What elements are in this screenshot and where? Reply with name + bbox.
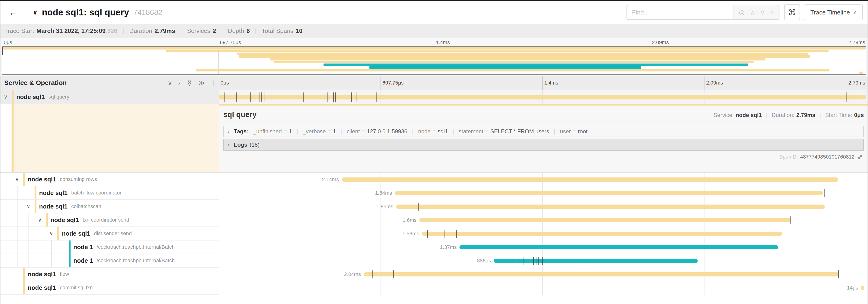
span-row[interactable]: node sql1flow2.04ms: [0, 268, 868, 281]
meta-label: Service:: [714, 112, 734, 118]
span-name-cell[interactable]: node 1/cockroach.roachpb.Internal/Batch: [0, 240, 219, 254]
span-bar[interactable]: [342, 177, 838, 182]
span-bar[interactable]: [861, 286, 864, 290]
span-row[interactable]: node 1/cockroach.roachpb.Internal/Batch8…: [0, 254, 868, 268]
log-marker-tick: [531, 257, 531, 265]
span-names: node sql1commit sql txn: [28, 281, 93, 294]
span-row[interactable]: ∨node sql1colbatchscan1.85ms: [0, 200, 868, 213]
operation-name: sql query: [48, 94, 69, 100]
expand-all-icon[interactable]: ≫: [199, 80, 205, 86]
find-input[interactable]: [627, 5, 734, 20]
span-timeline-cell[interactable]: 14μs: [219, 281, 868, 295]
next-result-icon[interactable]: ∨: [760, 9, 765, 15]
minimap-canvas[interactable]: [2, 46, 866, 75]
minimap-drag-handle[interactable]: [2, 47, 3, 55]
span-bar[interactable]: [422, 232, 782, 236]
service-name: node sql1: [17, 93, 44, 101]
span-timeline-cell[interactable]: 1.37ms: [219, 240, 868, 254]
span-name-cell[interactable]: node sql1batch flow coordinator: [0, 186, 219, 200]
span-bar[interactable]: [419, 218, 791, 222]
span-name-cell[interactable]: node sql1commit sql txn: [0, 281, 219, 295]
operation-name: batch flow coordinator: [71, 190, 121, 196]
span-bar[interactable]: [396, 205, 825, 209]
tags-accordion[interactable]: › Tags: _unfinished=1|_verbose=1|client=…: [223, 126, 864, 137]
span-timeline-cell[interactable]: [219, 90, 868, 104]
span-name-cell[interactable]: ∨node sql1txn coordinator send: [0, 213, 219, 227]
span-row[interactable]: ∨node sql1consuming rows2.14ms: [0, 173, 868, 186]
span-name-cell[interactable]: node 1/cockroach.roachpb.Internal/Batch: [0, 254, 219, 268]
span-name-cell[interactable]: ∨node sql1dist sender send: [0, 227, 219, 240]
span-duration-label: 1.37ms: [440, 240, 457, 254]
collapse-one-icon[interactable]: ∨: [168, 80, 172, 86]
back-button[interactable]: ←: [0, 1, 26, 24]
prev-result-icon[interactable]: ∧: [750, 9, 755, 15]
span-bar[interactable]: [219, 95, 866, 99]
stats-separator: |: [255, 27, 256, 34]
minimap-span-bar: [323, 64, 748, 66]
span-timeline-inner: [219, 90, 866, 104]
tag-value: sql1: [437, 128, 448, 134]
copy-link-icon[interactable]: [857, 154, 863, 160]
span-row[interactable]: ∨node sql1dist sender send1.56ms: [0, 227, 868, 240]
log-marker-tick: [303, 93, 304, 102]
column-resizer-grip[interactable]: [211, 80, 214, 86]
span-row[interactable]: ∨node sql1txn coordinator send1.6ms: [0, 213, 868, 227]
expand-collapse-chevron-icon[interactable]: ∨: [2, 90, 9, 104]
expand-one-icon[interactable]: ›: [178, 80, 180, 86]
span-row[interactable]: node sql1batch flow coordinator1.84ms: [0, 186, 868, 200]
span-color-strip: [69, 254, 70, 267]
span-name-cell[interactable]: ∨node sql1colbatchscan: [0, 200, 219, 213]
log-marker-tick: [331, 93, 331, 102]
tree-guide-line: [6, 104, 6, 172]
span-name-cell[interactable]: ∨node sql1sql query: [0, 90, 219, 104]
span-timeline-cell[interactable]: 1.84ms: [219, 186, 868, 200]
stat-label: Services: [187, 27, 211, 34]
span-timeline-cell[interactable]: 2.04ms: [219, 268, 868, 281]
span-timeline-cell[interactable]: 1.6ms: [219, 213, 868, 227]
collapse-all-icon[interactable]: ≫: [186, 80, 192, 86]
collapse-trace-chevron-icon[interactable]: ∨: [33, 9, 38, 16]
span-timeline-cell[interactable]: 886μs: [219, 254, 868, 268]
match-highlight-icon[interactable]: ◎: [739, 9, 745, 15]
span-name-cell[interactable]: ∨node sql1consuming rows: [0, 173, 219, 186]
span-bar[interactable]: [395, 191, 823, 195]
column-divider[interactable]: [219, 76, 219, 295]
span-bar[interactable]: [460, 245, 778, 249]
span-id-label: SpanID:: [779, 154, 798, 160]
span-bar[interactable]: [364, 272, 839, 276]
span-duration-label: 1.56ms: [402, 227, 419, 240]
span-row[interactable]: node sql1commit sql txn14μs: [0, 281, 868, 295]
span-id-row: SpanID: 4877749850101760812: [223, 154, 863, 160]
log-marker-tick: [395, 270, 395, 278]
span-duration-label: 2.04ms: [344, 268, 361, 281]
span-name-cell[interactable]: node sql1flow: [0, 268, 219, 281]
clear-search-icon[interactable]: ×: [770, 9, 774, 15]
tree-guide-line: [17, 240, 18, 254]
tag-equals: =: [573, 128, 576, 134]
time-tick-label: 1.4ms: [436, 39, 450, 46]
tree-guide-line: [6, 281, 6, 294]
span-bar[interactable]: [494, 259, 698, 263]
timeline-main: Service & Operation ∨›≫≫ 0μs697.75μs1.4m…: [0, 76, 868, 295]
tag-value: 127.0.0.1:59936: [367, 128, 407, 134]
expand-collapse-chevron-icon[interactable]: ∨: [25, 200, 32, 213]
stat-value-muted: .326: [105, 27, 118, 34]
span-row[interactable]: ∨node sql1sql query: [0, 90, 868, 104]
expand-collapse-chevron-icon[interactable]: ∨: [14, 173, 20, 186]
span-row[interactable]: node 1/cockroach.roachpb.Internal/Batch1…: [0, 240, 868, 254]
expand-collapse-chevron-icon[interactable]: ∨: [48, 227, 55, 240]
expand-collapse-chevron-icon[interactable]: ∨: [36, 213, 43, 227]
tree-guide-line: [6, 173, 6, 186]
span-detail-meta: Service:node sql1|Duration:2.79ms|Start …: [714, 112, 864, 119]
tag-value: 1: [333, 128, 336, 134]
span-timeline-cell[interactable]: 1.56ms: [219, 227, 868, 240]
logs-accordion[interactable]: › Logs (18): [223, 139, 864, 150]
operation-name: consuming rows: [60, 176, 97, 182]
keyboard-shortcuts-button[interactable]: ⌘: [784, 4, 800, 20]
span-timeline-cell[interactable]: 2.14ms: [219, 173, 868, 186]
span-timeline-cell[interactable]: 1.85ms: [219, 200, 868, 213]
tree-guide-line: [29, 213, 29, 227]
tree-guide-line: [40, 227, 40, 240]
trace-view-selector-button[interactable]: Trace Timeline ∨: [804, 4, 863, 20]
log-marker-tick: [691, 257, 691, 265]
